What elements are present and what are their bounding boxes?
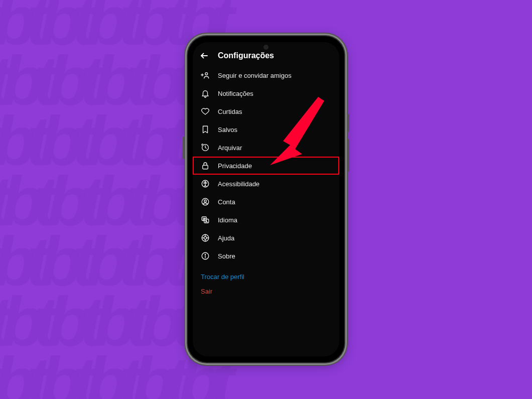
- settings-item-label: Acessibilidade: [218, 180, 331, 188]
- accessibility-icon: [201, 179, 210, 188]
- camera-hole: [263, 45, 269, 50]
- phone-side-button: [347, 114, 349, 132]
- settings-item-accessibility[interactable]: Acessibilidade: [193, 175, 339, 193]
- svg-point-7: [205, 182, 206, 183]
- settings-item-label: Salvos: [218, 126, 331, 134]
- settings-item-archive[interactable]: Arquivar: [193, 139, 339, 157]
- svg-point-1: [205, 73, 208, 75]
- page-title: Configurações: [218, 51, 274, 60]
- account-icon: [201, 197, 210, 206]
- heart-icon: [201, 107, 210, 116]
- settings-item-label: Idioma: [218, 216, 331, 224]
- phone-screen: Configurações Seguir e convidar amigos N…: [193, 42, 339, 356]
- logout-link[interactable]: Sair: [201, 288, 331, 295]
- archive-icon: [201, 143, 210, 152]
- settings-item-label: Conta: [218, 198, 331, 206]
- phone-side-button: [183, 137, 185, 159]
- settings-item-account[interactable]: Conta: [193, 193, 339, 211]
- settings-item-follow[interactable]: Seguir e convidar amigos: [193, 66, 339, 84]
- follow-invite-icon: [201, 71, 210, 80]
- settings-item-help[interactable]: Ajuda: [193, 229, 339, 247]
- svg-point-20: [205, 254, 205, 254]
- info-icon: [201, 251, 210, 260]
- settings-item-label: Sobre: [218, 252, 331, 260]
- settings-item-saved[interactable]: Salvos: [193, 120, 339, 139]
- settings-item-privacy[interactable]: Privacidade: [193, 157, 339, 175]
- settings-item-likes[interactable]: Curtidas: [193, 102, 339, 120]
- settings-list: Seguir e convidar amigos Notificações Cu…: [193, 64, 339, 267]
- settings-item-language[interactable]: Idioma: [193, 211, 339, 229]
- language-icon: [201, 215, 210, 224]
- settings-item-label: Seguir e convidar amigos: [218, 72, 331, 79]
- back-icon[interactable]: [200, 51, 209, 60]
- settings-item-notifications[interactable]: Notificações: [193, 84, 339, 102]
- help-icon: [201, 233, 210, 242]
- switch-profile-link[interactable]: Trocar de perfil: [201, 273, 331, 281]
- settings-item-label: Notificações: [218, 90, 331, 97]
- settings-item-label: Privacidade: [218, 162, 331, 170]
- lock-icon: [201, 161, 210, 170]
- phone-frame: Configurações Seguir e convidar amigos N…: [188, 36, 344, 362]
- settings-item-label: Arquivar: [218, 144, 331, 152]
- settings-item-about[interactable]: Sobre: [193, 247, 339, 265]
- bookmark-icon: [201, 125, 210, 134]
- settings-item-label: Curtidas: [218, 108, 331, 115]
- svg-point-13: [204, 236, 206, 239]
- bell-icon: [201, 89, 210, 98]
- svg-point-9: [204, 200, 207, 202]
- phone-side-button: [347, 139, 349, 172]
- settings-item-label: Ajuda: [218, 234, 331, 242]
- bottom-links: Trocar de perfil Sair: [193, 267, 339, 295]
- svg-rect-5: [203, 165, 208, 169]
